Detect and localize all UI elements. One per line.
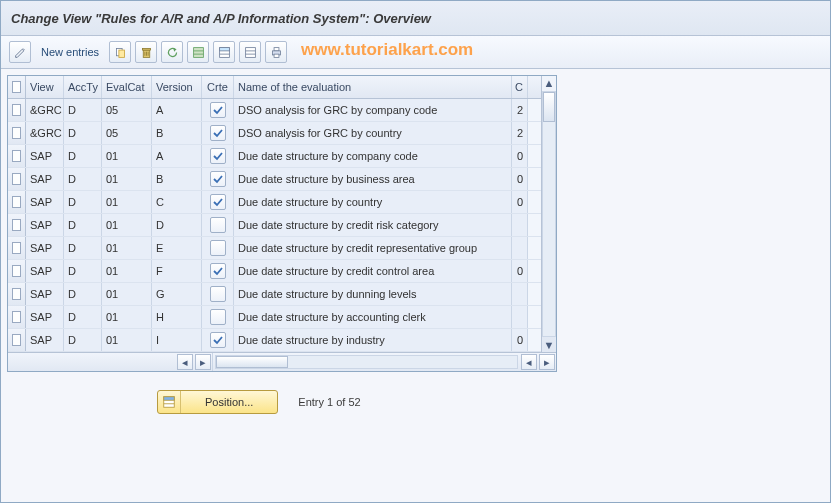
col-header-name[interactable]: Name of the evaluation — [234, 76, 512, 98]
table-row[interactable]: SAPD01GDue date structure by dunning lev… — [8, 283, 541, 306]
cell-evalcat[interactable]: 01 — [102, 306, 152, 328]
cell-c[interactable] — [512, 237, 528, 259]
cell-accty[interactable]: D — [64, 122, 102, 144]
table-row[interactable]: &GRCD05BDSO analysis for GRC by country2 — [8, 122, 541, 145]
table-row[interactable]: &GRCD05ADSO analysis for GRC by company … — [8, 99, 541, 122]
row-selector[interactable] — [8, 237, 26, 259]
cell-evalcat[interactable]: 05 — [102, 99, 152, 121]
crte-checkbox[interactable] — [210, 240, 226, 256]
cell-accty[interactable]: D — [64, 260, 102, 282]
cell-version[interactable]: E — [152, 237, 202, 259]
row-selector[interactable] — [8, 283, 26, 305]
undo-change-button[interactable] — [161, 41, 183, 63]
select-all-button[interactable] — [187, 41, 209, 63]
cell-name[interactable]: Due date structure by company code — [234, 145, 512, 167]
cell-version[interactable]: C — [152, 191, 202, 213]
copy-as-button[interactable] — [109, 41, 131, 63]
cell-view[interactable]: SAP — [26, 214, 64, 236]
cell-c[interactable] — [512, 214, 528, 236]
cell-version[interactable]: B — [152, 122, 202, 144]
cell-view[interactable]: SAP — [26, 283, 64, 305]
crte-checkbox[interactable] — [210, 332, 226, 348]
cell-evalcat[interactable]: 01 — [102, 329, 152, 351]
cell-view[interactable]: SAP — [26, 329, 64, 351]
cell-c[interactable] — [512, 306, 528, 328]
cell-accty[interactable]: D — [64, 145, 102, 167]
cell-accty[interactable]: D — [64, 329, 102, 351]
hscroll-track[interactable] — [215, 355, 518, 369]
cell-version[interactable]: A — [152, 99, 202, 121]
table-row[interactable]: SAPD01CDue date structure by country0 — [8, 191, 541, 214]
col-header-version[interactable]: Version — [152, 76, 202, 98]
cell-evalcat[interactable]: 01 — [102, 168, 152, 190]
vscroll-thumb[interactable] — [543, 92, 555, 122]
hscroll-right-button-fixed[interactable]: ▸ — [195, 354, 211, 370]
scroll-up-button[interactable]: ▲ — [543, 77, 555, 89]
cell-view[interactable]: &GRC — [26, 99, 64, 121]
table-row[interactable]: SAPD01ADue date structure by company cod… — [8, 145, 541, 168]
cell-accty[interactable]: D — [64, 214, 102, 236]
crte-checkbox[interactable] — [210, 217, 226, 233]
table-row[interactable]: SAPD01DDue date structure by credit risk… — [8, 214, 541, 237]
cell-version[interactable]: H — [152, 306, 202, 328]
cell-version[interactable]: B — [152, 168, 202, 190]
col-header-accty[interactable]: AccTy — [64, 76, 102, 98]
cell-name[interactable]: Due date structure by industry — [234, 329, 512, 351]
cell-c[interactable]: 2 — [512, 122, 528, 144]
cell-evalcat[interactable]: 01 — [102, 214, 152, 236]
row-selector[interactable] — [8, 260, 26, 282]
row-selector[interactable] — [8, 329, 26, 351]
col-header-crte[interactable]: Crte — [202, 76, 234, 98]
cell-version[interactable]: A — [152, 145, 202, 167]
cell-name[interactable]: DSO analysis for GRC by company code — [234, 99, 512, 121]
cell-name[interactable]: Due date structure by credit representat… — [234, 237, 512, 259]
row-selector[interactable] — [8, 99, 26, 121]
hscroll-right-button[interactable]: ▸ — [539, 354, 555, 370]
table-row[interactable]: SAPD01HDue date structure by accounting … — [8, 306, 541, 329]
crte-checkbox[interactable] — [210, 194, 226, 210]
cell-accty[interactable]: D — [64, 237, 102, 259]
hscroll-left-button-fixed[interactable]: ◂ — [177, 354, 193, 370]
cell-version[interactable]: F — [152, 260, 202, 282]
deselect-all-button[interactable] — [239, 41, 261, 63]
cell-evalcat[interactable]: 01 — [102, 191, 152, 213]
cell-accty[interactable]: D — [64, 99, 102, 121]
cell-evalcat[interactable]: 01 — [102, 145, 152, 167]
cell-name[interactable]: Due date structure by accounting clerk — [234, 306, 512, 328]
crte-checkbox[interactable] — [210, 148, 226, 164]
select-all-rows-button[interactable] — [8, 76, 26, 98]
cell-version[interactable]: I — [152, 329, 202, 351]
vscroll-track[interactable] — [542, 91, 556, 337]
cell-evalcat[interactable]: 01 — [102, 260, 152, 282]
row-selector[interactable] — [8, 168, 26, 190]
row-selector[interactable] — [8, 214, 26, 236]
print-button[interactable] — [265, 41, 287, 63]
hscroll-thumb[interactable] — [216, 356, 288, 368]
cell-c[interactable]: 0 — [512, 145, 528, 167]
cell-view[interactable]: SAP — [26, 145, 64, 167]
crte-checkbox[interactable] — [210, 102, 226, 118]
row-selector[interactable] — [8, 145, 26, 167]
position-button[interactable]: Position... — [157, 390, 278, 414]
crte-checkbox[interactable] — [210, 171, 226, 187]
col-header-evalcat[interactable]: EvalCat — [102, 76, 152, 98]
cell-evalcat[interactable]: 01 — [102, 283, 152, 305]
cell-accty[interactable]: D — [64, 191, 102, 213]
hscroll-left-button[interactable]: ◂ — [521, 354, 537, 370]
cell-name[interactable]: Due date structure by credit risk catego… — [234, 214, 512, 236]
cell-c[interactable]: 2 — [512, 99, 528, 121]
cell-accty[interactable]: D — [64, 283, 102, 305]
cell-view[interactable]: SAP — [26, 237, 64, 259]
cell-c[interactable]: 0 — [512, 260, 528, 282]
select-block-button[interactable] — [213, 41, 235, 63]
cell-evalcat[interactable]: 05 — [102, 122, 152, 144]
cell-view[interactable]: SAP — [26, 306, 64, 328]
col-header-c[interactable]: C — [512, 76, 528, 98]
cell-name[interactable]: Due date structure by credit control are… — [234, 260, 512, 282]
cell-view[interactable]: &GRC — [26, 122, 64, 144]
row-selector[interactable] — [8, 191, 26, 213]
crte-checkbox[interactable] — [210, 263, 226, 279]
table-row[interactable]: SAPD01FDue date structure by credit cont… — [8, 260, 541, 283]
cell-c[interactable] — [512, 283, 528, 305]
vertical-scrollbar[interactable]: ▲ ▼ — [541, 76, 556, 352]
